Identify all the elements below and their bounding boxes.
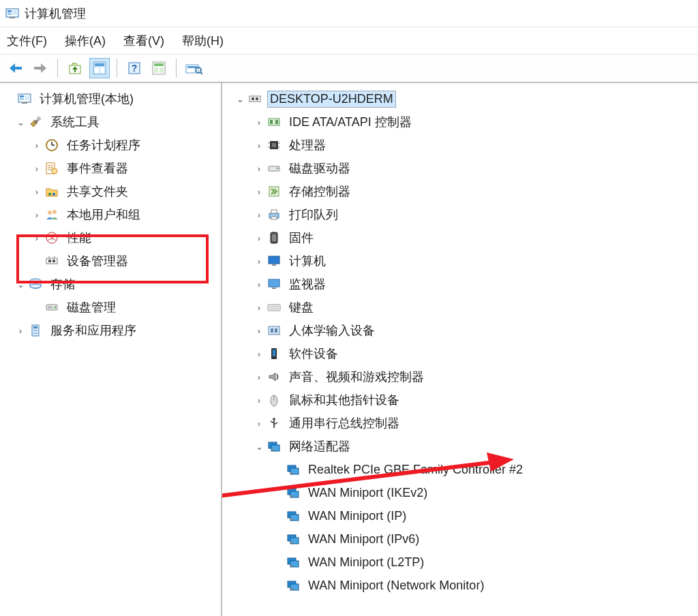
expander-closed-icon[interactable]: ›: [252, 395, 266, 405]
tree-label: 性能: [64, 228, 94, 247]
devcat-keyboard[interactable]: ›键盘: [222, 296, 698, 319]
expander-closed-icon[interactable]: ›: [14, 326, 27, 336]
expander-closed-icon[interactable]: ›: [252, 349, 266, 359]
devcat-processor[interactable]: ›处理器: [222, 134, 698, 157]
svg-rect-1: [7, 10, 12, 12]
menu-help[interactable]: 帮助(H): [182, 33, 224, 49]
nav-back-button[interactable]: [5, 58, 26, 78]
devcat-mouse[interactable]: ›鼠标和其他指针设备: [222, 388, 698, 412]
svg-rect-61: [275, 120, 278, 124]
toolbar-separator: [57, 59, 58, 78]
devcat-disk-drive[interactable]: ›磁盘驱动器: [222, 157, 698, 180]
tools-icon: [27, 114, 44, 130]
svg-rect-102: [290, 495, 293, 497]
expander-closed-icon[interactable]: ›: [252, 372, 266, 382]
menu-view[interactable]: 查看(V): [123, 33, 164, 49]
svg-rect-54: [33, 330, 37, 331]
devcat-print-queue[interactable]: ›打印队列: [222, 203, 698, 226]
devcat-hid[interactable]: ›人体学输入设备: [222, 319, 698, 342]
svg-rect-53: [33, 326, 37, 328]
tree-device-manager[interactable]: › 设备管理器: [0, 249, 221, 273]
svg-point-40: [52, 210, 57, 214]
expander-open-icon[interactable]: ⌄: [252, 442, 266, 452]
svg-point-28: [37, 117, 41, 121]
devcat-network-adapter[interactable]: ⌄网络适配器: [222, 435, 698, 458]
expander-closed-icon[interactable]: ›: [252, 326, 266, 336]
svg-rect-83: [269, 326, 279, 335]
expander-closed-icon[interactable]: ›: [30, 210, 44, 220]
svg-line-21: [200, 72, 202, 74]
network-adapter-item[interactable]: Realtek PCIe GBE Family Controller #2: [222, 458, 698, 481]
expander-closed-icon[interactable]: ›: [252, 233, 266, 243]
tree-local-users-groups[interactable]: › 本地用户和组: [0, 203, 221, 226]
expander-open-icon[interactable]: ⌄: [14, 117, 27, 127]
tree-task-scheduler[interactable]: › 任务计划程序: [0, 134, 221, 157]
expander-closed-icon[interactable]: ›: [252, 140, 266, 151]
tree-event-viewer[interactable]: › 事件查看器: [0, 157, 221, 180]
menu-file[interactable]: 文件(F): [7, 33, 47, 49]
network-adapter-item[interactable]: WAN Miniport (IKEv2): [222, 481, 698, 504]
expander-closed-icon[interactable]: ›: [30, 187, 44, 197]
tree-root-computer-management[interactable]: ▾ 计算机管理(本地): [0, 87, 221, 110]
expander-closed-icon[interactable]: ›: [252, 187, 266, 197]
expander-open-icon[interactable]: ⌄: [14, 279, 27, 290]
svg-rect-24: [20, 98, 24, 100]
users-icon: [44, 206, 60, 223]
network-adapter-item[interactable]: WAN Miniport (Network Monitor): [222, 574, 698, 597]
devcat-label: 存储控制器: [286, 182, 353, 201]
expander-closed-icon[interactable]: ›: [30, 233, 44, 243]
devcat-storage-controller[interactable]: ›存储控制器: [222, 180, 698, 203]
up-level-button[interactable]: [65, 58, 85, 78]
expander-closed-icon[interactable]: ›: [252, 164, 266, 174]
devcat-label: 打印队列: [286, 205, 341, 224]
svg-rect-3: [12, 10, 17, 15]
monitor-icon: [266, 276, 282, 292]
svg-rect-108: [290, 542, 293, 543]
devcat-label: 鼠标和其他指针设备: [286, 390, 402, 410]
expander-closed-icon[interactable]: ›: [252, 303, 266, 313]
firmware-icon: [266, 230, 282, 246]
network-adapter-item[interactable]: WAN Miniport (L2TP): [222, 551, 698, 574]
help-button[interactable]: ?: [124, 58, 145, 78]
tree-label: 磁盘管理: [64, 298, 119, 317]
devcat-software-device[interactable]: ›软件设备: [222, 342, 698, 365]
tree-label: 计算机管理(本地): [37, 89, 136, 108]
device-manager-icon: [44, 253, 60, 269]
devcat-computer[interactable]: ›计算机: [222, 249, 698, 273]
properties-button[interactable]: [89, 58, 110, 78]
tree-shared-folders[interactable]: › 共享文件夹: [0, 180, 221, 203]
tree-disk-management[interactable]: › 磁盘管理: [0, 296, 221, 319]
tree-services-apps[interactable]: › 服务和应用程序: [0, 319, 221, 342]
expander-closed-icon[interactable]: ›: [252, 279, 266, 290]
refresh-button[interactable]: [149, 58, 169, 78]
network-adapter-item[interactable]: WAN Miniport (IP): [222, 504, 698, 527]
devcat-firmware[interactable]: ›固件: [222, 226, 698, 249]
expander-open-icon[interactable]: ⌄: [233, 94, 247, 104]
left-tree-pane: ▾ 计算机管理(本地) ⌄ 系统工具: [0, 83, 222, 616]
devcat-usb[interactable]: ›通用串行总线控制器: [222, 412, 698, 435]
expander-closed-icon[interactable]: ›: [252, 256, 266, 266]
expander-closed-icon[interactable]: ›: [252, 418, 266, 429]
tree-performance[interactable]: › 性能: [0, 226, 221, 249]
tree-system-tools[interactable]: ⌄ 系统工具: [0, 110, 221, 134]
devcat-label: 磁盘驱动器: [286, 159, 353, 178]
nav-forward-button[interactable]: [30, 58, 50, 78]
disk-icon: [44, 299, 60, 315]
svg-rect-72: [271, 210, 277, 213]
menu-action[interactable]: 操作(A): [65, 33, 106, 49]
expander-closed-icon[interactable]: ›: [252, 210, 266, 220]
devcat-monitor[interactable]: ›监视器: [222, 273, 698, 296]
expander-closed-icon[interactable]: ›: [30, 140, 44, 151]
expander-closed-icon[interactable]: ›: [30, 164, 44, 174]
network-adapter-item[interactable]: WAN Miniport (IPv6): [222, 527, 698, 551]
window-title: 计算机管理: [25, 5, 86, 22]
devcat-ide-controller[interactable]: ›IDE ATA/ATAPI 控制器: [222, 110, 698, 134]
devcat-label: IDE ATA/ATAPI 控制器: [286, 112, 414, 132]
devmgr-root[interactable]: ⌄ DESKTOP-U2HDERM: [222, 87, 698, 110]
tree-storage[interactable]: ⌄ 存储: [0, 273, 221, 296]
devcat-sound[interactable]: ›声音、视频和游戏控制器: [222, 365, 698, 388]
show-hidden-button[interactable]: [183, 58, 204, 78]
shared-folder-icon: [44, 183, 60, 200]
expander-closed-icon[interactable]: ›: [252, 117, 266, 127]
devcat-label: 人体学输入设备: [286, 321, 378, 340]
